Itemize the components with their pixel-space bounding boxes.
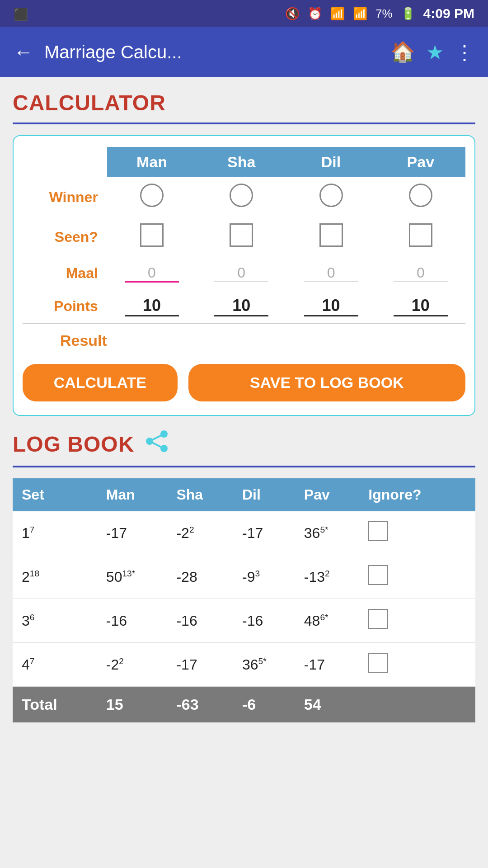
total-sha: -63 — [171, 687, 237, 723]
points-cell-man[interactable] — [107, 290, 197, 323]
ignore-checkbox-1[interactable] — [368, 521, 388, 541]
row3-dil: -16 — [237, 599, 299, 643]
table-row: 36 -16 -16 -16 486* — [13, 599, 475, 643]
calculator-table: Man Sha Dil Pav Winner — [23, 147, 465, 353]
log-header-pav: Pav — [299, 478, 363, 511]
checkbox-man[interactable] — [140, 223, 164, 247]
svg-line-4 — [150, 441, 164, 448]
seen-check-pav[interactable] — [376, 217, 465, 257]
total-dil: -6 — [237, 687, 299, 723]
winner-label: Winner — [23, 177, 107, 217]
result-value — [107, 323, 465, 353]
alarm-icon: ⏰ — [308, 7, 322, 21]
maal-cell-man[interactable] — [107, 257, 197, 290]
radio-dil[interactable] — [319, 184, 343, 207]
row2-sha: -28 — [171, 555, 237, 599]
logbook-divider — [13, 466, 475, 467]
row2-set: 218 — [13, 555, 101, 599]
row3-ignore[interactable] — [363, 599, 475, 643]
row2-ignore[interactable] — [363, 555, 475, 599]
checkbox-pav[interactable] — [409, 223, 432, 247]
ignore-checkbox-4[interactable] — [368, 653, 388, 673]
maal-cell-sha[interactable] — [197, 257, 286, 290]
maal-cell-dil[interactable] — [286, 257, 375, 290]
logbook-title: LOG BOOK — [13, 432, 134, 457]
row4-dil: 365* — [237, 643, 299, 687]
points-input-man[interactable] — [125, 296, 179, 316]
row4-ignore[interactable] — [363, 643, 475, 687]
app-icon: ⬛ — [14, 8, 28, 21]
row3-sha: -16 — [171, 599, 237, 643]
ignore-checkbox-3[interactable] — [368, 609, 388, 629]
mute-icon: 🔇 — [285, 7, 300, 21]
battery-level: 7% — [375, 7, 393, 21]
logbook-header: LOG BOOK — [13, 429, 475, 458]
seen-check-dil[interactable] — [286, 217, 375, 257]
points-cell-pav[interactable] — [376, 290, 465, 323]
calculate-button[interactable]: CALCULATE — [23, 364, 178, 401]
winner-radio-sha[interactable] — [197, 177, 286, 217]
maal-input-man[interactable] — [125, 264, 179, 283]
col-pav: Pav — [376, 147, 465, 177]
share-icon[interactable] — [145, 429, 169, 458]
status-time: 4:09 PM — [423, 6, 474, 21]
log-header-sha: Sha — [171, 478, 237, 511]
signal-icon: 📶 — [353, 7, 367, 21]
row3-pav: 486* — [299, 599, 363, 643]
winner-radio-pav[interactable] — [376, 177, 465, 217]
winner-radio-man[interactable] — [107, 177, 197, 217]
app-bar: ← Marriage Calcu... 🏠 ★ ⋮ — [0, 27, 488, 77]
total-pav: 54 — [299, 687, 363, 723]
save-to-logbook-button[interactable]: SAVE TO LOG BOOK — [188, 364, 465, 401]
app-bar-title: Marriage Calcu... — [44, 42, 380, 62]
seen-row: Seen? — [23, 217, 465, 257]
points-cell-sha[interactable] — [197, 290, 286, 323]
more-options-icon[interactable]: ⋮ — [455, 41, 474, 64]
row4-man: -22 — [101, 643, 171, 687]
points-row: Points — [23, 290, 465, 323]
row1-ignore[interactable] — [363, 511, 475, 555]
star-icon[interactable]: ★ — [426, 41, 444, 64]
checkbox-dil[interactable] — [319, 223, 343, 247]
col-man: Man — [107, 147, 197, 177]
ignore-checkbox-2[interactable] — [368, 565, 388, 585]
log-table: Set Man Sha Dil Pav Ignore? 17 -17 -22 -… — [13, 478, 475, 722]
points-label: Points — [23, 290, 107, 323]
points-input-dil[interactable] — [304, 296, 358, 316]
status-bar: ⬛ 🔇 ⏰ 📶 📶 7% 🔋 4:09 PM — [0, 0, 488, 27]
home-icon[interactable]: 🏠 — [390, 40, 415, 64]
back-button[interactable]: ← — [14, 41, 33, 63]
row3-man: -16 — [101, 599, 171, 643]
winner-radio-dil[interactable] — [286, 177, 375, 217]
maal-input-sha[interactable] — [214, 264, 268, 282]
battery-icon: 🔋 — [401, 7, 415, 21]
result-label: Result — [23, 323, 107, 353]
points-cell-dil[interactable] — [286, 290, 375, 323]
seen-check-man[interactable] — [107, 217, 197, 257]
seen-check-sha[interactable] — [197, 217, 286, 257]
row1-sha: -22 — [171, 511, 237, 555]
row1-man: -17 — [101, 511, 171, 555]
row2-man: 5013* — [101, 555, 171, 599]
points-input-pav[interactable] — [394, 296, 448, 316]
total-man: 15 — [101, 687, 171, 723]
maal-input-dil[interactable] — [304, 264, 358, 282]
result-row: Result — [23, 323, 465, 353]
seen-label: Seen? — [23, 217, 107, 257]
checkbox-sha[interactable] — [230, 223, 253, 247]
calculator-divider — [13, 123, 475, 124]
maal-cell-pav[interactable] — [376, 257, 465, 290]
radio-pav[interactable] — [409, 184, 432, 207]
radio-sha[interactable] — [230, 184, 253, 207]
calculator-title: CALCULATOR — [13, 90, 475, 115]
wifi-icon: 📶 — [330, 7, 345, 21]
total-row: Total 15 -63 -6 54 — [13, 687, 475, 723]
maal-input-pav[interactable] — [394, 264, 448, 282]
log-header-ignore: Ignore? — [363, 478, 475, 511]
radio-man[interactable] — [140, 184, 164, 207]
row2-dil: -93 — [237, 555, 299, 599]
logbook-section: LOG BOOK Set Man Sha Dil — [13, 429, 475, 722]
total-ignore — [363, 687, 475, 723]
points-input-sha[interactable] — [214, 296, 268, 316]
row3-set: 36 — [13, 599, 101, 643]
